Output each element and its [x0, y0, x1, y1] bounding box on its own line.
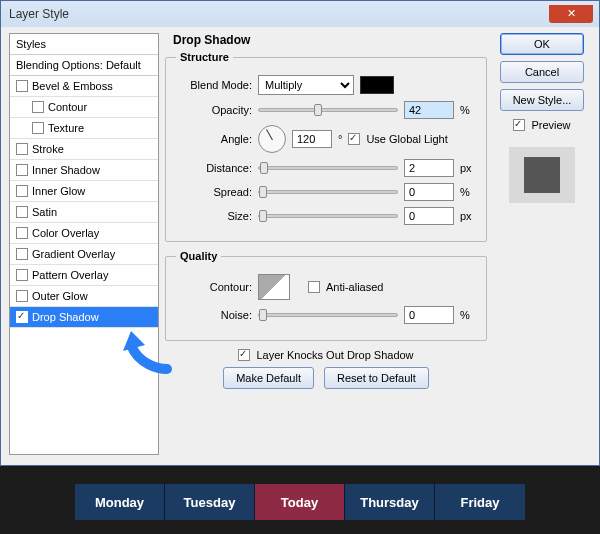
structure-legend: Structure — [176, 51, 233, 63]
style-item-inner-shadow[interactable]: Inner Shadow — [10, 160, 158, 181]
make-default-button[interactable]: Make Default — [223, 367, 314, 389]
style-item-contour[interactable]: Contour — [10, 97, 158, 118]
distance-slider[interactable] — [258, 166, 398, 170]
contour-label: Contour: — [176, 281, 252, 293]
tab-today[interactable]: Today — [255, 484, 345, 520]
noise-slider[interactable] — [258, 313, 398, 317]
distance-unit: px — [460, 162, 476, 174]
tab-tuesday[interactable]: Tuesday — [165, 484, 255, 520]
styles-header[interactable]: Styles — [10, 34, 158, 55]
angle-label: Angle: — [176, 133, 252, 145]
opacity-unit: % — [460, 104, 476, 116]
tab-friday[interactable]: Friday — [435, 484, 525, 520]
spread-slider[interactable] — [258, 190, 398, 194]
distance-input[interactable] — [404, 159, 454, 177]
titlebar[interactable]: Layer Style ✕ — [1, 1, 599, 27]
style-item-color-overlay[interactable]: Color Overlay — [10, 223, 158, 244]
style-item-pattern-overlay[interactable]: Pattern Overlay — [10, 265, 158, 286]
shadow-color-swatch[interactable] — [360, 76, 394, 94]
preview-checkbox[interactable] — [513, 119, 525, 131]
spread-unit: % — [460, 186, 476, 198]
opacity-input[interactable] — [404, 101, 454, 119]
distance-label: Distance: — [176, 162, 252, 174]
reset-default-button[interactable]: Reset to Default — [324, 367, 429, 389]
noise-label: Noise: — [176, 309, 252, 321]
structure-group: Structure Blend Mode: Multiply Opacity: … — [165, 51, 487, 242]
knockout-label: Layer Knocks Out Drop Shadow — [256, 349, 413, 361]
blend-mode-select[interactable]: Multiply — [258, 75, 354, 95]
spread-input[interactable] — [404, 183, 454, 201]
dialog-buttons: OK Cancel New Style... Preview — [493, 33, 591, 455]
style-item-bevel[interactable]: Bevel & Emboss — [10, 76, 158, 97]
close-icon[interactable]: ✕ — [549, 5, 593, 23]
style-item-inner-glow[interactable]: Inner Glow — [10, 181, 158, 202]
preview-label: Preview — [531, 119, 570, 131]
tab-thursday[interactable]: Thursday — [345, 484, 435, 520]
quality-group: Quality Contour: Anti-aliased Noise: % — [165, 250, 487, 341]
angle-unit: ° — [338, 133, 342, 145]
angle-input[interactable] — [292, 130, 332, 148]
style-item-drop-shadow[interactable]: Drop Shadow — [10, 307, 158, 328]
style-item-outer-glow[interactable]: Outer Glow — [10, 286, 158, 307]
spread-label: Spread: — [176, 186, 252, 198]
opacity-label: Opacity: — [176, 104, 252, 116]
ok-button[interactable]: OK — [500, 33, 584, 55]
noise-input[interactable] — [404, 306, 454, 324]
style-item-texture[interactable]: Texture — [10, 118, 158, 139]
knockout-checkbox[interactable] — [238, 349, 250, 361]
anti-aliased-label: Anti-aliased — [326, 281, 383, 293]
size-slider[interactable] — [258, 214, 398, 218]
panel-title: Drop Shadow — [165, 33, 487, 51]
style-item-gradient-overlay[interactable]: Gradient Overlay — [10, 244, 158, 265]
tab-monday[interactable]: Monday — [75, 484, 165, 520]
cancel-button[interactable]: Cancel — [500, 61, 584, 83]
layer-style-window: Layer Style ✕ Styles Blending Options: D… — [0, 0, 600, 466]
blend-mode-label: Blend Mode: — [176, 79, 252, 91]
contour-picker[interactable] — [258, 274, 290, 300]
opacity-slider[interactable] — [258, 108, 398, 112]
preview-swatch — [509, 147, 575, 203]
use-global-light-checkbox[interactable] — [348, 133, 360, 145]
use-global-light-label: Use Global Light — [366, 133, 447, 145]
blending-options[interactable]: Blending Options: Default — [10, 55, 158, 76]
size-unit: px — [460, 210, 476, 222]
window-title: Layer Style — [9, 7, 69, 21]
size-input[interactable] — [404, 207, 454, 225]
quality-legend: Quality — [176, 250, 221, 262]
styles-list: Styles Blending Options: Default Bevel &… — [9, 33, 159, 455]
new-style-button[interactable]: New Style... — [500, 89, 585, 111]
day-tabs: Monday Tuesday Today Thursday Friday — [0, 470, 600, 534]
noise-unit: % — [460, 309, 476, 321]
settings-panel: Drop Shadow Structure Blend Mode: Multip… — [165, 33, 487, 455]
size-label: Size: — [176, 210, 252, 222]
angle-dial[interactable] — [258, 125, 286, 153]
style-item-stroke[interactable]: Stroke — [10, 139, 158, 160]
anti-aliased-checkbox[interactable] — [308, 281, 320, 293]
style-item-satin[interactable]: Satin — [10, 202, 158, 223]
